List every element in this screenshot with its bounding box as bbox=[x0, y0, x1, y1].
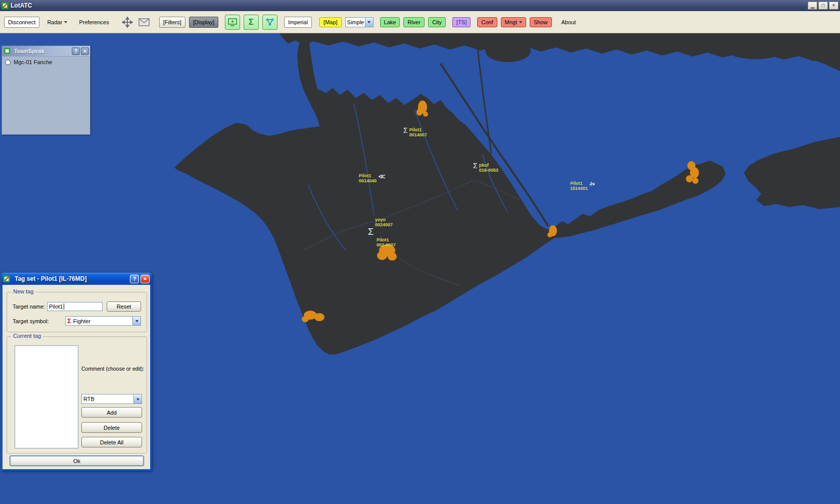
ok-button[interactable]: Ok bbox=[10, 456, 144, 466]
new-tag-group: New tag bbox=[7, 292, 147, 332]
target-symbol-dropdown-button[interactable] bbox=[132, 317, 141, 325]
window-title: LotATC bbox=[11, 2, 32, 9]
contact-label: Pilot1002-0007 bbox=[377, 237, 396, 247]
conf-button[interactable]: Conf bbox=[477, 17, 497, 27]
chevron-down-icon bbox=[136, 398, 139, 402]
radar-menu-button[interactable]: Radar bbox=[43, 17, 71, 28]
contact-symbol-icon: Σ bbox=[403, 127, 408, 134]
dialog-titlebar[interactable]: Tag set - Pilot1 [IL-76MD] ? × bbox=[1, 273, 152, 285]
dialog-body: New tag Target name: Pilot1 Reset Target… bbox=[1, 285, 152, 471]
filters-button[interactable]: [Filters] bbox=[159, 17, 185, 28]
mngt-button[interactable]: Mngt bbox=[501, 17, 526, 27]
radar-contact[interactable]: ↯ Pilot11514401 bbox=[570, 181, 595, 191]
contact-label: yoyo0024007 bbox=[375, 217, 393, 227]
map-style-select[interactable]: Simple bbox=[345, 17, 374, 27]
radar-scope-icon bbox=[227, 17, 238, 27]
city-toggle-button[interactable]: City bbox=[428, 17, 446, 27]
contact-symbol-icon: Σ bbox=[368, 228, 374, 236]
sum-tracks-button[interactable]: Σ bbox=[244, 15, 259, 30]
target-name-input[interactable]: Pilot1 bbox=[47, 302, 103, 311]
contact-label: pkuf016-0053 bbox=[479, 163, 498, 173]
display-button[interactable]: [Display] bbox=[189, 17, 218, 28]
chevron-down-icon bbox=[367, 21, 370, 25]
target-symbol-select[interactable]: Σ Fighter bbox=[65, 316, 141, 326]
map-style-value: Simple bbox=[347, 19, 364, 25]
contact-symbol-icon: Σ bbox=[473, 163, 478, 169]
comment-dropdown-button[interactable] bbox=[133, 394, 142, 404]
radar-contact[interactable]: ≪ Pilot10014040 bbox=[359, 173, 386, 183]
dialog-help-button[interactable]: ? bbox=[130, 275, 139, 283]
imperial-units-button[interactable]: Imperial bbox=[284, 17, 312, 28]
comment-select[interactable]: RTB bbox=[81, 394, 142, 404]
target-symbol-value: Fighter bbox=[73, 318, 90, 324]
radar-contact[interactable]: Σ Pilot10014007 bbox=[403, 127, 427, 137]
member-name: Mgc-01 Fanche bbox=[14, 59, 52, 65]
about-button[interactable]: About bbox=[557, 17, 580, 28]
nodes-icon bbox=[265, 17, 275, 27]
main-toolbar: Disconnect Radar Preferences [Filters] [… bbox=[0, 11, 840, 33]
dialog-title: Tag set - Pilot1 [IL-76MD] bbox=[15, 275, 86, 282]
mngt-label: Mngt bbox=[505, 19, 517, 25]
target-name-label: Target name: bbox=[13, 304, 45, 310]
show-button[interactable]: Show bbox=[530, 17, 552, 27]
contact-symbol-icon: ≪ bbox=[378, 173, 386, 180]
contact-label: Pilot10014040 bbox=[359, 173, 377, 183]
envelope-icon bbox=[138, 18, 150, 26]
window-titlebar: LotATC ▁ □ × bbox=[0, 0, 840, 11]
network-links-button[interactable] bbox=[262, 15, 277, 30]
pan-tool-button[interactable] bbox=[121, 16, 134, 28]
delete-all-button[interactable]: Delete All bbox=[81, 437, 142, 447]
target-name-value: Pilot1 bbox=[49, 304, 63, 310]
preferences-button[interactable]: Preferences bbox=[75, 17, 113, 28]
comment-value: RTB bbox=[83, 396, 95, 402]
disconnect-button[interactable]: Disconnect bbox=[4, 17, 39, 28]
lake-toggle-button[interactable]: Lake bbox=[380, 17, 400, 27]
fighter-symbol-icon: Σ bbox=[67, 317, 71, 325]
dialog-icon bbox=[3, 275, 10, 282]
contact-symbol-icon: ↯ bbox=[588, 180, 597, 188]
reset-button[interactable]: Reset bbox=[107, 301, 141, 312]
dialog-close-button[interactable]: × bbox=[141, 275, 150, 283]
teamspeak-icon bbox=[4, 48, 10, 54]
current-tag-legend: Current tag bbox=[11, 333, 43, 339]
lotatc-app-icon bbox=[2, 2, 9, 9]
teamspeak-title: TeamSpeak bbox=[14, 48, 44, 54]
sigma-icon: Σ bbox=[249, 17, 254, 27]
chevron-down-icon bbox=[64, 21, 67, 25]
teamspeak-help-button[interactable]: ? bbox=[72, 47, 80, 55]
new-tag-legend: New tag bbox=[11, 288, 35, 294]
minimize-button[interactable]: ▁ bbox=[808, 2, 817, 10]
close-button[interactable]: × bbox=[829, 2, 838, 10]
current-tag-listbox[interactable] bbox=[15, 345, 78, 448]
maximize-button[interactable]: □ bbox=[818, 2, 828, 10]
add-button[interactable]: Add bbox=[81, 407, 142, 418]
contact-label: Pilot11514401 bbox=[570, 181, 588, 191]
radar-menu-label: Radar bbox=[47, 19, 62, 25]
radar-contact[interactable]: yoyo0024007 Σ bbox=[368, 217, 393, 236]
mainland-patch bbox=[485, 40, 531, 62]
voice-status-icon bbox=[5, 60, 11, 65]
radar-contact[interactable]: Σ pkuf016-0053 bbox=[473, 163, 498, 173]
teamspeak-panel: TeamSpeak ? × Mgc-01 Fanche bbox=[2, 45, 90, 135]
teamspeak-close-button[interactable]: × bbox=[81, 47, 89, 55]
teamspeak-button[interactable]: [TS] bbox=[452, 17, 471, 27]
teamspeak-member-list[interactable]: Mgc-01 Fanche bbox=[2, 56, 90, 134]
map-button[interactable]: [Map] bbox=[319, 17, 342, 27]
message-button[interactable] bbox=[137, 16, 151, 28]
text-caret bbox=[64, 304, 64, 310]
radar-contact[interactable]: Pilot1002-0007 bbox=[375, 237, 396, 247]
chevron-down-icon bbox=[519, 21, 522, 25]
delete-button[interactable]: Delete bbox=[81, 422, 142, 433]
pan-arrows-icon bbox=[122, 17, 133, 28]
target-symbol-label: Target symbol: bbox=[13, 318, 49, 324]
teamspeak-titlebar[interactable]: TeamSpeak ? × bbox=[2, 46, 90, 56]
comment-label: Comment (choose or edit): bbox=[81, 366, 146, 372]
mainland-patch bbox=[728, 43, 783, 59]
tag-set-dialog: Tag set - Pilot1 [IL-76MD] ? × New tag T… bbox=[1, 273, 152, 471]
scope-view-button[interactable] bbox=[225, 15, 240, 30]
contact-label: Pilot10014007 bbox=[409, 127, 427, 137]
window-controls: ▁ □ × bbox=[808, 2, 838, 10]
list-item[interactable]: Mgc-01 Fanche bbox=[2, 57, 90, 68]
map-style-dropdown-button[interactable] bbox=[365, 18, 373, 27]
river-toggle-button[interactable]: River bbox=[403, 17, 425, 27]
